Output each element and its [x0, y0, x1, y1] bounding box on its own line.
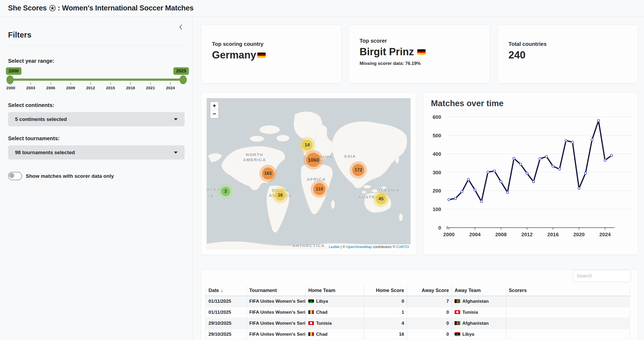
- svg-text:400: 400: [433, 151, 441, 157]
- search-input[interactable]: [573, 270, 631, 282]
- slider-tick-label: 2003: [26, 86, 35, 90]
- continents-dropdown-value: 5 continents selected: [15, 116, 67, 122]
- chad-flag-icon: [308, 332, 314, 336]
- carto-link[interactable]: CARTO: [396, 245, 409, 249]
- year-range-label: Select year range:: [8, 58, 185, 64]
- map-cluster-marker[interactable]: 3: [221, 187, 230, 196]
- slider-handle-right[interactable]: [180, 75, 187, 84]
- stat-label: Total countries: [508, 41, 638, 47]
- stat-value-text: Birgit Prinz: [360, 46, 414, 58]
- cluster-count: 3: [221, 187, 230, 196]
- scorer-data-toggle[interactable]: [8, 172, 22, 180]
- stat-label: Top scorer: [360, 38, 489, 44]
- page-title-prefix: She Scores: [8, 4, 47, 12]
- slider-tick: [150, 82, 151, 85]
- svg-text:2016: 2016: [547, 232, 559, 237]
- toggle-knob: [9, 173, 14, 178]
- map-cluster-marker[interactable]: 45: [376, 194, 386, 204]
- map-cluster-marker[interactable]: 165: [262, 167, 274, 179]
- stat-card-top-scoring-country: Top scoring country Germany: [201, 25, 342, 83]
- svg-text:500: 500: [433, 133, 441, 138]
- matches-over-time-card: Matches over time 0100200300400500600200…: [423, 93, 638, 255]
- svg-text:2000: 2000: [443, 232, 455, 237]
- tournament-cell: FIFA Unites Women's Series: [247, 329, 306, 340]
- svg-text:2012: 2012: [521, 232, 533, 237]
- map-cluster-marker[interactable]: 14: [302, 140, 313, 150]
- column-header-home-team[interactable]: Home Team: [306, 285, 364, 296]
- tournaments-dropdown-value: 98 tournaments selected: [15, 150, 75, 156]
- map-cluster-marker[interactable]: 1060: [306, 153, 321, 167]
- libya-flag-icon: [308, 299, 314, 303]
- column-header-home-score[interactable]: Home Score: [364, 285, 407, 296]
- svg-text:200: 200: [433, 188, 441, 194]
- map-attribution: Leaflet | © OpenStreetMap contributors ©…: [327, 244, 411, 249]
- scorer-toggle-label: Show matches with scorer data only: [26, 173, 114, 179]
- world-map[interactable]: NORTH AMERICAEUROPEASIAAFRICASOUTH AMERI…: [207, 98, 411, 249]
- team-cell: Chad: [306, 329, 364, 340]
- zoom-in-button[interactable]: +: [210, 102, 218, 110]
- svg-text:2008: 2008: [495, 232, 507, 237]
- map-card: NORTH AMERICAEUROPEASIAAFRICASOUTH AMERI…: [201, 93, 416, 255]
- svg-text:600: 600: [433, 114, 441, 120]
- stat-card-total-countries: Total countries 240: [497, 25, 638, 83]
- svg-text:2024: 2024: [599, 232, 611, 237]
- scorers-cell: [506, 329, 630, 340]
- team-cell: Tunisia: [306, 318, 364, 329]
- stat-value-text: Germany: [212, 49, 256, 61]
- zoom-out-button[interactable]: −: [210, 110, 218, 118]
- svg-text:300: 300: [433, 170, 441, 175]
- scorers-cell: [506, 296, 630, 307]
- slider-tick: [130, 82, 131, 85]
- svg-text:2020: 2020: [573, 232, 585, 237]
- cluster-count: 14: [302, 140, 313, 150]
- contributors-text: contributors ©: [372, 245, 397, 249]
- column-header-scorers[interactable]: Scorers: [506, 285, 630, 296]
- column-header-away-score[interactable]: Away Score: [407, 285, 452, 296]
- slider-tick: [170, 82, 171, 85]
- slider-track[interactable]: [10, 79, 182, 81]
- separator: | ©: [339, 245, 346, 249]
- libya-flag-icon: [455, 332, 460, 336]
- openstreetmap-link[interactable]: OpenStreetMap: [346, 245, 372, 249]
- team-cell: Tunisia: [452, 307, 506, 318]
- filters-heading: Filters: [8, 17, 185, 39]
- slider-max-badge: 2025: [173, 67, 189, 75]
- cluster-count: 110: [313, 183, 325, 195]
- column-header-away-team[interactable]: Away Team: [452, 285, 506, 296]
- slider-handle-left[interactable]: [6, 75, 14, 84]
- slider-tick-label: 2018: [126, 86, 135, 90]
- team-cell: Libya: [306, 296, 364, 307]
- map-cluster-marker[interactable]: 110: [313, 183, 325, 195]
- stat-card-top-scorer: Top scorer Birgit Prinz Missing scorer d…: [349, 25, 490, 83]
- team-cell: Afghanistan: [452, 318, 506, 329]
- map-cluster-marker[interactable]: 172: [352, 164, 364, 176]
- date-cell: 01/11/2025: [206, 307, 247, 318]
- leaflet-link[interactable]: Leaflet: [329, 245, 340, 249]
- home-score-cell: 1: [364, 307, 407, 318]
- soccer-ball-icon: [49, 5, 56, 12]
- column-header-date[interactable]: Date↓: [206, 285, 247, 296]
- map-zoom-control: + −: [210, 101, 219, 119]
- continents-dropdown[interactable]: 5 continents selected: [8, 112, 185, 126]
- cluster-count: 172: [352, 164, 364, 176]
- tournaments-dropdown[interactable]: 98 tournaments selected: [8, 145, 185, 160]
- tournament-cell: FIFA Unites Women's Series: [247, 318, 306, 329]
- chevron-down-icon: [174, 151, 178, 154]
- slider-tick-label: 2024: [166, 86, 175, 90]
- table-row: 29/10/2025FIFA Unites Women's SeriesTuni…: [206, 318, 630, 329]
- afghanistan-flag-icon: [455, 299, 460, 303]
- slider-min-badge: 2000: [6, 67, 21, 75]
- collapse-sidebar-button[interactable]: [177, 23, 186, 32]
- year-range-slider: 2000 2025 200020032006200920122015201820…: [8, 67, 185, 94]
- map-cluster-marker[interactable]: 16: [275, 190, 286, 201]
- date-cell: 01/11/2025: [206, 296, 247, 307]
- continents-label: Select continents:: [8, 102, 185, 108]
- column-header-tournament[interactable]: Tournament: [247, 285, 306, 296]
- table-row: 01/11/2025FIFA Unites Women's SeriesChad…: [206, 307, 630, 318]
- cluster-count: 16: [275, 190, 286, 201]
- away-score-cell: 0: [407, 329, 452, 340]
- slider-tick-label: 2015: [106, 86, 115, 90]
- slider-tick-label: 2006: [46, 86, 55, 90]
- sort-descending-icon: ↓: [221, 288, 223, 293]
- slider-tick: [90, 82, 91, 85]
